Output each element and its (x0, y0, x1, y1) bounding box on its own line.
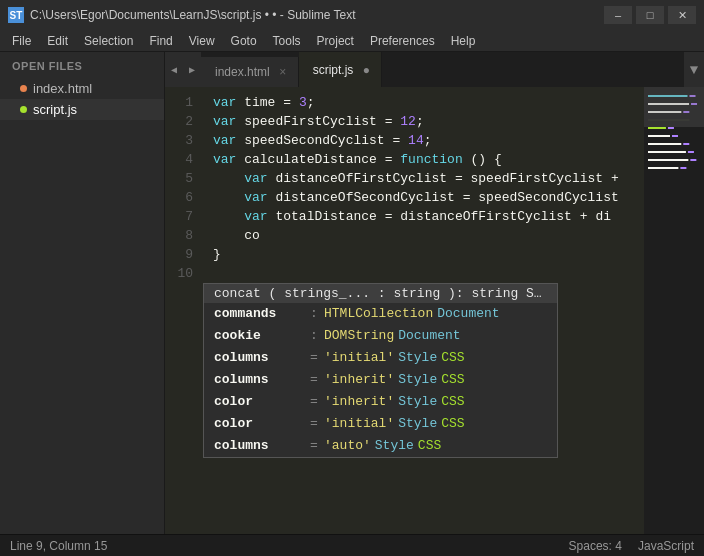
ac-item-type2: CSS (418, 436, 441, 456)
line-numbers: 12345678910 (165, 87, 203, 534)
title-bar: ST C:\Users\Egor\Documents\LearnJS\scrip… (0, 0, 704, 30)
ac-item-value: 'initial' (324, 348, 394, 368)
line-number: 4 (165, 150, 193, 169)
status-bar: Line 9, Column 15 Spaces: 4 JavaScript (0, 534, 704, 556)
minimap[interactable] (644, 87, 704, 534)
autocomplete-item[interactable]: commands : HTMLCollectionDocument (204, 303, 557, 325)
line-number: 3 (165, 131, 193, 150)
app-icon: ST (8, 7, 24, 23)
ac-item-type: Style (398, 414, 437, 434)
menu-item-preferences[interactable]: Preferences (362, 30, 443, 52)
ac-item-type: Style (398, 392, 437, 412)
ac-item-value: DOMString (324, 326, 394, 346)
minimap-highlight (644, 87, 704, 127)
menu-item-edit[interactable]: Edit (39, 30, 76, 52)
status-position: Line 9, Column 15 (10, 539, 559, 553)
editor-area: ◀ ▶ index.html×script.js●▼ 12345678910 v… (165, 52, 704, 534)
ac-item-type2: CSS (441, 392, 464, 412)
file-label: script.js (33, 102, 77, 117)
code-line: var distanceOfSecondCyclist = speedSecon… (209, 188, 644, 207)
code-line: var totalDistance = distanceOfFirstCycli… (209, 207, 644, 226)
ac-item-type: Style (398, 370, 437, 390)
code-line: var time = 3; (209, 93, 644, 112)
file-dot (20, 106, 27, 113)
autocomplete-item[interactable]: color = 'initial'StyleCSS (204, 413, 557, 435)
file-label: index.html (33, 81, 92, 96)
code-line: } (209, 245, 644, 264)
ac-item-sep: = (304, 414, 324, 434)
menu-bar: FileEditSelectionFindViewGotoToolsProjec… (0, 30, 704, 52)
line-number: 1 (165, 93, 193, 112)
sidebar-header: OPEN FILES (0, 52, 164, 78)
code-line: co (209, 226, 644, 245)
ac-item-value: 'inherit' (324, 392, 394, 412)
sidebar-file-index-html[interactable]: index.html (0, 78, 164, 99)
code-line: var distanceOfFirstCyclist = speedFirstC… (209, 169, 644, 188)
code-line: var speedSecondCyclist = 14; (209, 131, 644, 150)
sidebar-file-script-js[interactable]: script.js (0, 99, 164, 120)
tab-bar: ◀ ▶ index.html×script.js●▼ (165, 52, 704, 87)
code-line: var calculateDistance = function () { (209, 150, 644, 169)
ac-item-name: columns (214, 370, 304, 390)
autocomplete-header: concat ( strings_... : string ): string … (204, 284, 557, 303)
ac-item-type: Style (398, 348, 437, 368)
menu-item-project[interactable]: Project (309, 30, 362, 52)
window-title: C:\Users\Egor\Documents\LearnJS\script.j… (30, 8, 604, 22)
ac-item-sep: = (304, 436, 324, 456)
menu-item-selection[interactable]: Selection (76, 30, 141, 52)
ac-item-name: commands (214, 304, 304, 324)
autocomplete-item[interactable]: columns = 'initial'StyleCSS (204, 347, 557, 369)
file-dot (20, 85, 27, 92)
menu-item-tools[interactable]: Tools (265, 30, 309, 52)
autocomplete-item[interactable]: color = 'inherit'StyleCSS (204, 391, 557, 413)
ac-item-sep: : (304, 326, 324, 346)
ac-item-type: Style (375, 436, 414, 456)
close-button[interactable]: ✕ (668, 6, 696, 24)
maximize-button[interactable]: □ (636, 6, 664, 24)
ac-item-type2: CSS (441, 348, 464, 368)
ac-item-sep: = (304, 392, 324, 412)
line-number: 9 (165, 245, 193, 264)
tabs-scroll-left[interactable]: ◀ (165, 52, 183, 87)
tab-index-html[interactable]: index.html× (201, 57, 299, 87)
menu-item-find[interactable]: Find (141, 30, 180, 52)
menu-item-help[interactable]: Help (443, 30, 484, 52)
line-number: 10 (165, 264, 193, 283)
line-number: 6 (165, 188, 193, 207)
autocomplete-item[interactable]: columns = 'inherit'StyleCSS (204, 369, 557, 391)
tabs-overflow-btn[interactable]: ▼ (684, 52, 704, 87)
status-spaces[interactable]: Spaces: 4 (569, 539, 622, 553)
line-number: 8 (165, 226, 193, 245)
tab-label: index.html (215, 65, 270, 79)
menu-item-view[interactable]: View (181, 30, 223, 52)
autocomplete-item[interactable]: cookie : DOMStringDocument (204, 325, 557, 347)
tab-label: script.js (313, 63, 354, 77)
ac-item-sep: = (304, 370, 324, 390)
sidebar: OPEN FILES index.htmlscript.js (0, 52, 165, 534)
ac-item-name: columns (214, 348, 304, 368)
ac-item-type: Document (437, 304, 499, 324)
autocomplete-dropdown[interactable]: concat ( strings_... : string ): string … (203, 283, 558, 458)
menu-item-goto[interactable]: Goto (223, 30, 265, 52)
autocomplete-item[interactable]: columns = 'auto'StyleCSS (204, 435, 557, 457)
status-language[interactable]: JavaScript (638, 539, 694, 553)
ac-item-value: HTMLCollection (324, 304, 433, 324)
tab-close-btn[interactable]: × (276, 65, 290, 79)
ac-item-name: color (214, 414, 304, 434)
ac-item-type: Document (398, 326, 460, 346)
tab-close-btn[interactable]: ● (359, 63, 373, 77)
line-number: 2 (165, 112, 193, 131)
main-area: OPEN FILES index.htmlscript.js ◀ ▶ index… (0, 52, 704, 534)
status-right: Spaces: 4 JavaScript (569, 539, 694, 553)
line-number: 5 (165, 169, 193, 188)
tab-script-js[interactable]: script.js● (299, 52, 383, 87)
ac-item-value: 'initial' (324, 414, 394, 434)
tabs-scroll-right[interactable]: ▶ (183, 52, 201, 87)
line-number: 7 (165, 207, 193, 226)
menu-item-file[interactable]: File (4, 30, 39, 52)
window-controls: – □ ✕ (604, 6, 696, 24)
ac-item-sep: = (304, 348, 324, 368)
ac-item-value: 'inherit' (324, 370, 394, 390)
minimize-button[interactable]: – (604, 6, 632, 24)
code-container: 12345678910 var time = 3;var speedFirstC… (165, 87, 704, 534)
